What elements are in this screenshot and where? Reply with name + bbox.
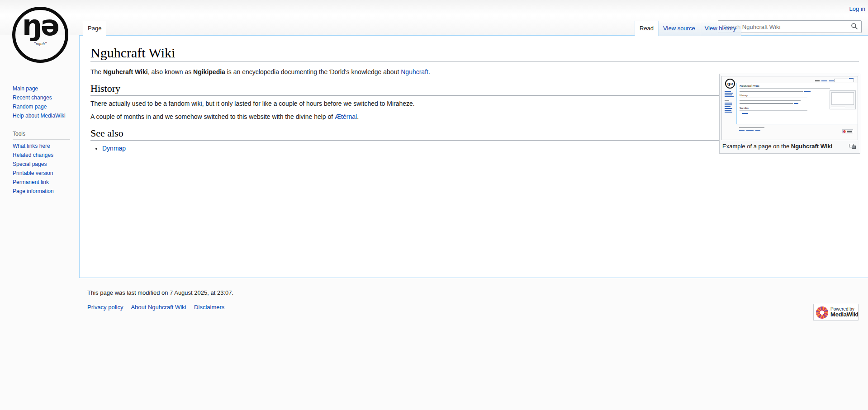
main-page-link[interactable]: Main page [13, 85, 38, 92]
mini-sidebar-link [725, 96, 734, 97]
magnify-icon[interactable] [849, 144, 856, 149]
mini-text-line [740, 91, 803, 92]
special-pages-link[interactable]: Special pages [13, 161, 47, 167]
mini-text-link [794, 103, 798, 104]
mini-sidebar-link [725, 110, 731, 111]
history-p2-post: . [357, 113, 359, 120]
intro-bold-title: Nguhcraft Wiki [103, 68, 148, 75]
tab-view-source[interactable]: View source [658, 21, 700, 36]
mini-caption-line [831, 107, 845, 107]
printable-version-link[interactable]: Printable version [13, 170, 53, 176]
mini-thumbnail-image [831, 92, 854, 105]
tab-read[interactable]: Read [635, 21, 658, 36]
sidebar-item-permanent-link: Permanent link [13, 179, 79, 185]
mini-sunflower-icon [843, 130, 846, 133]
mini-logo: ŋə [725, 79, 735, 89]
privacy-policy-link[interactable]: Privacy policy [87, 304, 123, 311]
mini-tab-read [815, 80, 820, 81]
mini-footer-link [755, 130, 760, 131]
intro-mid1: , also known as [148, 68, 193, 75]
nguhcraft-link[interactable]: Nguhcraft [401, 68, 428, 75]
sidebar-item-printable-version: Printable version [13, 170, 79, 176]
mini-sidebar-link [725, 94, 732, 95]
sidebar-item-special-pages: Special pages [13, 161, 79, 167]
intro-post: . [428, 68, 430, 75]
caption-bold: Nguhcraft Wiki [791, 143, 833, 150]
mini-text-line [740, 100, 801, 101]
tools-heading: Tools [13, 131, 70, 140]
wiki-logo[interactable]: ŋə "nguh" [12, 7, 68, 63]
sidebar: Main page Recent changes Random page Hel… [0, 86, 79, 198]
thumbnail-caption: Example of a page on the Nguhcraft Wiki [721, 140, 858, 151]
sidebar-item-recent-changes: Recent changes [13, 95, 79, 101]
thumbnail-image[interactable]: ŋə Nguhcraft Wiki History [721, 76, 858, 140]
intro-pre: The [90, 68, 103, 75]
logo-caption: "nguh" [12, 41, 68, 46]
sidebar-item-related-changes: Related changes [13, 152, 79, 158]
mini-see-also-heading: See also [740, 107, 807, 111]
sidebar-item-what-links-here: What links here [13, 143, 79, 149]
recent-changes-link[interactable]: Recent changes [13, 94, 52, 101]
mini-thumbnail [830, 90, 856, 109]
sidebar-item-main-page: Main page [13, 86, 79, 92]
help-link[interactable]: Help about MediaWiki [13, 113, 66, 119]
mini-tab-source [821, 80, 827, 81]
search-button[interactable] [850, 23, 859, 31]
mini-footer-text [739, 127, 764, 128]
mini-text-link [742, 113, 748, 114]
sidebar-portal-navigation: Main page Recent changes Random page Hel… [0, 86, 79, 119]
disclaimers-link[interactable]: Disclaimers [194, 304, 224, 311]
sidebar-portal-tools: Tools What links here Related changes Sp… [0, 131, 79, 194]
mini-content: Nguhcraft Wiki History See also [736, 83, 858, 124]
aeternal-link[interactable]: Ætérnal [335, 113, 357, 120]
mini-text-link [804, 91, 811, 92]
tab-view-history-label[interactable]: View history [705, 25, 736, 32]
view-tabs: Read View source View history [635, 21, 741, 36]
intro-mid2: is an encyclopedia documenting the Ɗorld… [225, 68, 401, 75]
tab-view-history[interactable]: View history [700, 21, 741, 36]
intro-bold-alias: Ngikipedia [193, 68, 225, 75]
mini-page-title: Nguhcraft Wiki [740, 84, 830, 89]
mini-footer-link [739, 130, 745, 131]
login-link[interactable]: Log in [849, 5, 865, 12]
personal-bar: Log in [849, 5, 865, 12]
mini-sidebar-link [725, 104, 732, 105]
mini-badge-text [847, 131, 852, 132]
mini-history-heading: History [740, 94, 807, 98]
magnifier-icon [851, 23, 858, 30]
mini-footer-link [746, 130, 754, 131]
dynmap-link[interactable]: Dynmap [102, 145, 126, 152]
mini-sidebar-link [725, 112, 732, 113]
thumbnail-frame: ŋə Nguhcraft Wiki History [719, 74, 860, 154]
mini-search-box [834, 79, 854, 82]
footer-links: Privacy policy About Nguhcraft Wiki Disc… [87, 304, 231, 311]
page-title: Nguhcraft Wiki [90, 45, 859, 61]
mini-powered-by-badge [842, 129, 853, 133]
permanent-link-link[interactable]: Permanent link [13, 179, 49, 185]
mini-sidebar-link [725, 93, 733, 94]
sidebar-item-page-information: Page information [13, 189, 79, 194]
page-information-link[interactable]: Page information [13, 188, 54, 194]
sidebar-item-help: Help about MediaWiki [13, 113, 79, 119]
tab-view-source-label[interactable]: View source [663, 25, 695, 32]
content-area: Nguhcraft Wiki ŋə Nguhcraft Wiki [79, 35, 868, 278]
mediawiki-sunflower-icon [816, 306, 828, 319]
logo-glyphs: ŋə [12, 10, 68, 41]
sidebar-item-random-page: Random page [13, 104, 79, 110]
related-changes-link[interactable]: Related changes [13, 152, 53, 158]
mini-sidebar-link [725, 108, 732, 109]
caption-text: Example of a page on the [722, 143, 791, 150]
mini-text-line [740, 103, 793, 104]
random-page-link[interactable]: Random page [13, 104, 47, 110]
about-link[interactable]: About Nguhcraft Wiki [131, 304, 186, 311]
magnify-icon-front [852, 146, 856, 149]
mini-sidebar-link [725, 106, 730, 107]
mini-tools-heading [725, 100, 729, 101]
history-p2-pre: A couple of months in and we somehow swi… [90, 113, 335, 120]
powered-by-mediawiki-badge[interactable]: Powered by MediaWiki [813, 304, 859, 321]
footer-lastmod: This page was last modified on 7 August … [87, 289, 233, 296]
mini-sidebar-link [725, 103, 732, 104]
what-links-here-link[interactable]: What links here [13, 143, 50, 149]
tab-page[interactable]: Page [83, 21, 106, 36]
badge-text: Powered by MediaWiki [830, 307, 859, 318]
